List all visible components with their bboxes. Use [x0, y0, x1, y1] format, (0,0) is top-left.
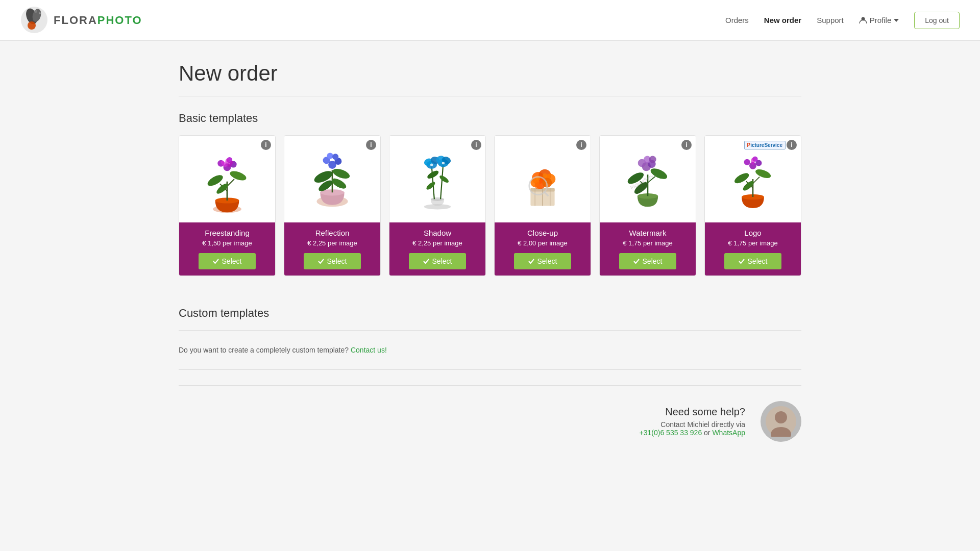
template-footer-freestanding: Freestanding € 1,50 per image Select [179, 222, 275, 276]
svg-point-68 [534, 182, 542, 189]
template-name-shadow: Shadow [395, 229, 480, 237]
checkmark-icon [423, 259, 429, 264]
help-whatsapp-link[interactable]: WhatsApp [712, 429, 745, 437]
user-icon [859, 16, 867, 24]
template-name-reflection: Reflection [289, 229, 375, 237]
nav-support[interactable]: Support [817, 16, 844, 24]
template-card-closeup[interactable]: i [494, 135, 591, 276]
template-card-shadow[interactable]: i [389, 135, 486, 276]
svg-point-33 [332, 154, 338, 160]
template-footer-watermark: Watermark € 1,75 per image Select [600, 222, 696, 276]
main-content: New order Basic templates i [158, 41, 822, 478]
template-name-watermark: Watermark [605, 229, 691, 237]
template-card-watermark[interactable]: i [599, 135, 696, 276]
logout-button[interactable]: Log out [914, 12, 960, 29]
contact-link[interactable]: Contact us! [351, 346, 387, 354]
help-subtitle: Contact Michiel directly via +31(0)6 535… [640, 420, 745, 437]
select-button-watermark[interactable]: Select [619, 253, 677, 269]
info-badge-reflection[interactable]: i [366, 140, 376, 150]
chevron-down-icon [894, 19, 899, 22]
checkmark-icon [213, 259, 219, 264]
template-card-freestanding[interactable]: i [179, 135, 276, 276]
template-footer-logo: Logo € 1,75 per image Select [705, 222, 801, 276]
avatar-icon [766, 406, 796, 437]
nav-new-order[interactable]: New order [764, 16, 801, 24]
template-footer-closeup: Close-up € 2,00 per image Select [495, 222, 591, 276]
profile-button[interactable]: Profile [859, 16, 899, 24]
svg-point-80 [649, 156, 656, 163]
closeup-plant-image [509, 143, 576, 215]
help-avatar [761, 401, 801, 442]
shadow-plant-image [404, 143, 471, 215]
info-badge-closeup[interactable]: i [576, 140, 586, 150]
template-price-shadow: € 2,25 per image [395, 239, 480, 247]
custom-templates-divider [179, 330, 801, 331]
templates-grid: i [179, 135, 801, 276]
checkmark-icon [633, 259, 640, 264]
custom-templates-title: Custom templates [179, 307, 801, 320]
svg-point-3 [28, 21, 36, 30]
help-phone-link[interactable]: +31(0)6 535 33 926 [640, 429, 702, 437]
svg-point-52 [442, 162, 445, 164]
svg-point-95 [775, 411, 787, 423]
custom-templates-description: Do you want to create a completely custo… [179, 346, 801, 354]
template-card-logo[interactable]: i PictureService [704, 135, 801, 276]
svg-point-4 [34, 10, 37, 13]
svg-point-5 [39, 12, 41, 14]
logo: FLORAPHOTO [20, 6, 142, 34]
template-name-closeup: Close-up [500, 229, 585, 237]
page-title: New order [179, 61, 801, 86]
svg-line-11 [227, 179, 234, 186]
template-image-closeup: i [495, 136, 591, 222]
svg-point-65 [543, 173, 547, 178]
template-price-freestanding: € 1,50 per image [184, 239, 270, 247]
select-button-logo[interactable]: Select [724, 253, 782, 269]
svg-line-41 [440, 163, 443, 199]
template-image-freestanding: i [179, 136, 275, 222]
template-footer-shadow: Shadow € 2,25 per image Select [389, 222, 485, 276]
template-price-reflection: € 2,25 per image [289, 239, 375, 247]
template-name-logo: Logo [710, 229, 796, 237]
template-price-watermark: € 1,75 per image [605, 239, 691, 247]
select-button-closeup[interactable]: Select [514, 253, 572, 269]
basic-templates-section: Basic templates i [179, 112, 801, 276]
svg-point-51 [430, 163, 433, 166]
svg-point-43 [438, 174, 450, 184]
template-image-reflection: i [284, 136, 380, 222]
svg-point-32 [327, 153, 333, 159]
checkmark-icon [739, 259, 745, 264]
template-image-logo: i PictureService [705, 136, 801, 222]
header: FLORAPHOTO Orders New order Support Prof… [0, 0, 980, 41]
template-footer-reflection: Reflection € 2,25 per image Select [284, 222, 380, 276]
svg-point-93 [751, 158, 755, 165]
help-text-area: Need some help? Contact Michiel directly… [640, 406, 745, 437]
basic-templates-title: Basic templates [179, 112, 801, 125]
watermark-plant-image: PictureServ... [615, 143, 681, 215]
select-button-reflection[interactable]: Select [304, 253, 361, 269]
reflection-plant-image [299, 143, 365, 215]
help-section: Need some help? Contact Michiel directly… [179, 385, 801, 457]
info-badge-logo[interactable]: i [787, 140, 797, 150]
template-name-freestanding: Freestanding [184, 229, 270, 237]
svg-point-90 [744, 159, 750, 165]
template-image-watermark: i [600, 136, 696, 222]
custom-templates-section: Custom templates Do you want to create a… [179, 307, 801, 370]
info-badge-freestanding[interactable]: i [261, 140, 271, 150]
custom-bottom-divider [179, 369, 801, 370]
svg-point-42 [425, 181, 436, 191]
checkmark-icon [528, 259, 534, 264]
svg-point-87 [754, 168, 772, 180]
template-price-closeup: € 2,00 per image [500, 239, 585, 247]
template-card-reflection[interactable]: i [284, 135, 381, 276]
info-badge-watermark[interactable]: i [681, 140, 692, 150]
nav-orders[interactable]: Orders [725, 16, 749, 24]
svg-line-85 [753, 177, 760, 184]
logo-text: FLORAPHOTO [54, 14, 142, 27]
svg-point-13 [229, 169, 248, 183]
checkmark-icon [318, 259, 324, 264]
info-badge-shadow[interactable]: i [471, 140, 481, 150]
logo-plant-image [720, 143, 786, 215]
freestanding-plant-image [194, 143, 260, 215]
select-button-freestanding[interactable]: Select [199, 253, 256, 269]
select-button-shadow[interactable]: Select [409, 253, 467, 269]
